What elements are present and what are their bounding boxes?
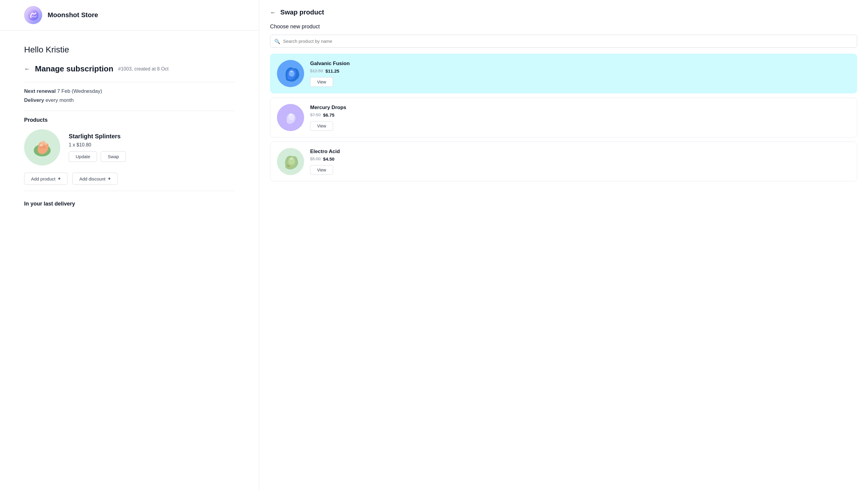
electro-acid-name: Electro Acid [310, 149, 850, 155]
swap-back-button[interactable]: ← [270, 9, 276, 16]
galvanic-sale-price: $11.25 [326, 68, 339, 73]
add-discount-plus-icon: + [108, 176, 111, 181]
svg-point-3 [290, 70, 293, 72]
electro-acid-details: Electro Acid $5.00 $4.50 View [310, 149, 850, 175]
products-section: Products Starlight Splinters 1 x $10.80 [24, 117, 235, 185]
svg-point-4 [289, 114, 292, 116]
electro-original-price: $5.00 [310, 156, 321, 161]
update-button[interactable]: Update [69, 151, 97, 162]
product-card-galvanic[interactable]: Galvanic Fusion $12.50 $11.25 View [270, 54, 857, 93]
swap-header: ← Swap product [270, 8, 857, 16]
mercury-view-button[interactable]: View [310, 121, 333, 131]
store-logo [24, 6, 42, 24]
products-title: Products [24, 117, 235, 123]
header: Moonshot Store [0, 0, 259, 30]
last-delivery-section: In your last delivery [24, 201, 235, 207]
svg-point-5 [290, 158, 293, 160]
delivery-value: every month [45, 97, 74, 103]
store-name: Moonshot Store [48, 11, 98, 19]
swap-button[interactable]: Swap [101, 151, 126, 162]
subscription-info: Next renewal 7 Feb (Wednesday) Delivery … [24, 88, 235, 103]
left-panel: Moonshot Store Hello Kristie ← Manage su… [0, 0, 259, 490]
next-renewal-value: 7 Feb (Wednesday) [57, 88, 102, 94]
mercury-sale-price: $6.75 [323, 113, 335, 118]
next-renewal-label: Next renewal [24, 88, 56, 94]
galvanic-fusion-image [277, 60, 304, 87]
divider-3 [24, 191, 235, 191]
search-wrapper: 🔍 [270, 35, 857, 48]
greeting-text: Hello Kristie [24, 45, 235, 55]
add-actions: Add product + Add discount + [24, 173, 235, 185]
add-product-plus-icon: + [58, 176, 61, 181]
galvanic-original-price: $12.50 [310, 68, 323, 73]
mercury-drops-prices: $7.50 $6.75 [310, 113, 850, 118]
next-renewal-row: Next renewal 7 Feb (Wednesday) [24, 88, 235, 94]
mercury-drops-name: Mercury Drops [310, 104, 850, 111]
svg-point-0 [28, 10, 38, 21]
delivery-row: Delivery every month [24, 97, 235, 103]
electro-acid-image [277, 148, 304, 175]
mercury-original-price: $7.50 [310, 113, 321, 117]
electro-view-button[interactable]: View [310, 165, 333, 175]
galvanic-view-button[interactable]: View [310, 77, 333, 87]
right-panel: ← Swap product Choose new product 🔍 Galv… [259, 0, 868, 490]
manage-header: ← Manage subscription #1003, created at … [24, 64, 235, 73]
svg-point-2 [39, 144, 43, 147]
product-name: Starlight Splinters [69, 133, 126, 140]
add-discount-label: Add discount [79, 176, 105, 181]
product-qty-price: 1 x $10.80 [69, 142, 126, 148]
mercury-drops-details: Mercury Drops $7.50 $6.75 View [310, 104, 850, 131]
electro-acid-prices: $5.00 $4.50 [310, 156, 850, 161]
search-icon: 🔍 [274, 38, 280, 44]
last-delivery-title: In your last delivery [24, 201, 235, 207]
product-image [24, 129, 60, 165]
swap-title: Swap product [280, 8, 324, 16]
product-actions: Update Swap [69, 151, 126, 162]
main-content: Hello Kristie ← Manage subscription #100… [0, 30, 259, 221]
product-card-electro[interactable]: Electro Acid $5.00 $4.50 View [270, 142, 857, 181]
divider-1 [24, 82, 235, 82]
delivery-label: Delivery [24, 97, 44, 103]
subscription-meta: #1003, created at 8 Oct [118, 66, 168, 72]
electro-sale-price: $4.50 [323, 156, 335, 161]
mercury-drops-image [277, 104, 304, 131]
divider-2 [24, 111, 235, 111]
manage-back-button[interactable]: ← [24, 65, 30, 72]
choose-new-product-label: Choose new product [270, 24, 857, 30]
add-product-button[interactable]: Add product + [24, 173, 67, 185]
product-card-mercury[interactable]: Mercury Drops $7.50 $6.75 View [270, 98, 857, 137]
galvanic-fusion-name: Galvanic Fusion [310, 61, 850, 67]
galvanic-fusion-details: Galvanic Fusion $12.50 $11.25 View [310, 61, 850, 87]
product-details: Starlight Splinters 1 x $10.80 Update Sw… [69, 133, 126, 162]
galvanic-fusion-prices: $12.50 $11.25 [310, 68, 850, 73]
add-discount-button[interactable]: Add discount + [72, 173, 118, 185]
manage-title: Manage subscription [35, 64, 113, 73]
search-input[interactable] [270, 35, 857, 48]
add-product-label: Add product [31, 176, 56, 181]
product-item: Starlight Splinters 1 x $10.80 Update Sw… [24, 129, 235, 165]
